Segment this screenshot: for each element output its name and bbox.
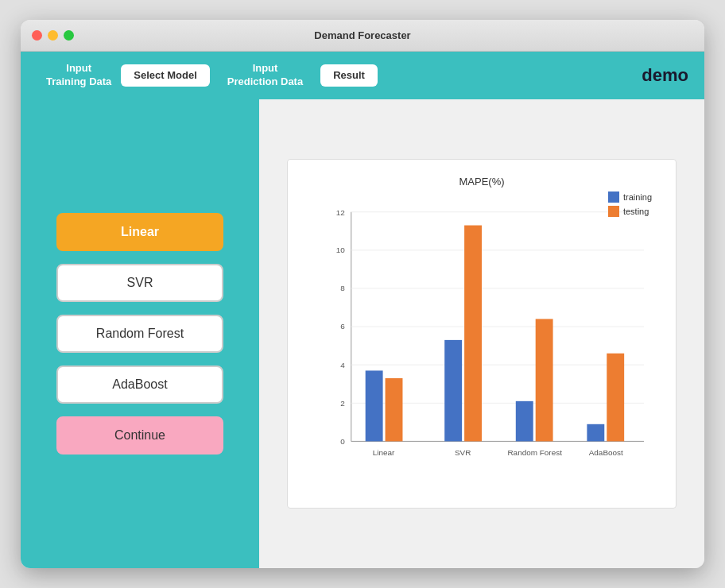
bar-rf-training <box>516 401 533 442</box>
svg-text:Random Forest: Random Forest <box>507 448 562 457</box>
legend-training-color <box>608 191 619 203</box>
legend-testing-label: testing <box>623 207 649 216</box>
chart-container: MAPE(%) training testing <box>287 159 677 509</box>
bar-linear-training <box>366 370 383 441</box>
model-btn-linear[interactable]: Linear <box>56 213 223 251</box>
continue-button[interactable]: Continue <box>56 416 223 455</box>
minimize-button[interactable] <box>48 30 58 41</box>
close-button[interactable] <box>32 30 42 41</box>
svg-text:10: 10 <box>336 246 346 255</box>
svg-text:Linear: Linear <box>373 448 395 457</box>
nav-result[interactable]: Result <box>320 64 378 87</box>
bar-ada-testing <box>607 354 624 442</box>
chart-svg: 0 2 4 6 8 <box>312 195 652 482</box>
nav-select-model[interactable]: Select Model <box>121 64 209 87</box>
svg-text:12: 12 <box>336 208 346 217</box>
chart-svg-wrapper: 0 2 4 6 8 <box>312 195 652 482</box>
model-btn-random-forest[interactable]: Random Forest <box>56 315 223 353</box>
legend-training: training <box>608 191 652 203</box>
svg-text:0: 0 <box>340 437 345 446</box>
model-btn-svr[interactable]: SVR <box>56 264 223 302</box>
svg-text:AdaBoost: AdaBoost <box>589 448 623 457</box>
sidebar: Linear SVR Random Forest AdaBoost Contin… <box>21 99 259 568</box>
window-controls <box>32 30 74 41</box>
nav-demo: demo <box>642 65 688 86</box>
bar-ada-training <box>587 424 604 442</box>
chart-area: MAPE(%) training testing <box>259 99 704 568</box>
bar-svr-testing <box>464 226 482 442</box>
maximize-button[interactable] <box>64 30 74 41</box>
window-title: Demand Forecaster <box>314 29 410 41</box>
svg-text:4: 4 <box>340 361 345 369</box>
legend-testing-color <box>608 206 619 217</box>
model-btn-adaboost[interactable]: AdaBoost <box>56 366 223 404</box>
svg-text:2: 2 <box>340 399 345 408</box>
chart-title: MAPE(%) <box>312 176 652 188</box>
title-bar: Demand Forecaster <box>21 20 704 52</box>
bar-svr-training <box>444 340 462 442</box>
app-window: Demand Forecaster Input Training Data Se… <box>21 20 704 568</box>
legend-training-label: training <box>623 192 652 202</box>
chart-legend: training testing <box>608 191 652 217</box>
nav-input-training[interactable]: Input Training Data <box>37 57 121 94</box>
nav-input-prediction[interactable]: Input Prediction Data <box>218 57 312 94</box>
svg-text:6: 6 <box>340 322 345 331</box>
svg-text:SVR: SVR <box>455 448 471 457</box>
bar-linear-testing <box>386 378 403 441</box>
main-content: Linear SVR Random Forest AdaBoost Contin… <box>21 99 704 568</box>
bar-rf-testing <box>536 319 553 441</box>
legend-testing: testing <box>608 206 652 217</box>
svg-text:8: 8 <box>340 284 345 292</box>
nav-bar: Input Training Data Select Model Input P… <box>21 52 704 99</box>
